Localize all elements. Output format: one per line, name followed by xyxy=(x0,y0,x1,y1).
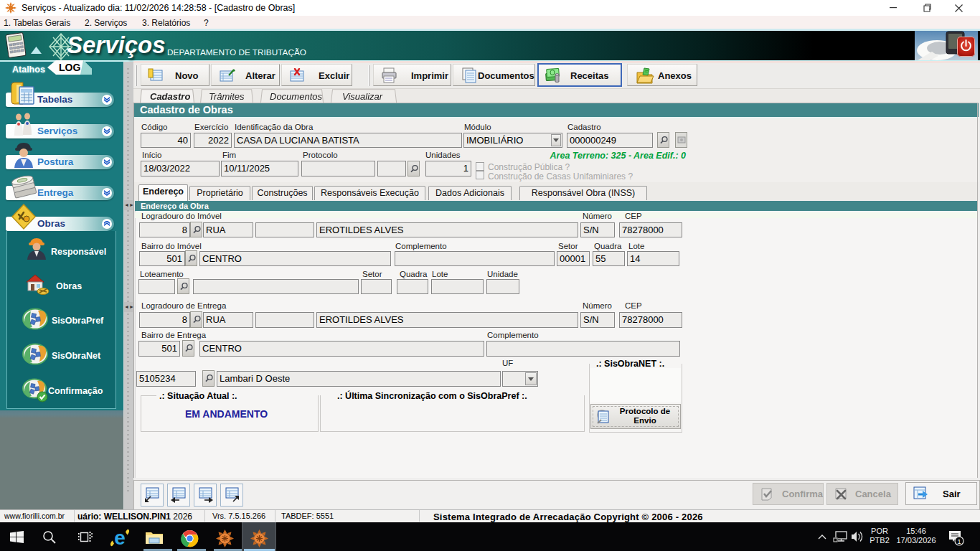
svg-text:1: 1 xyxy=(957,538,961,545)
svg-text:e: e xyxy=(114,527,126,548)
